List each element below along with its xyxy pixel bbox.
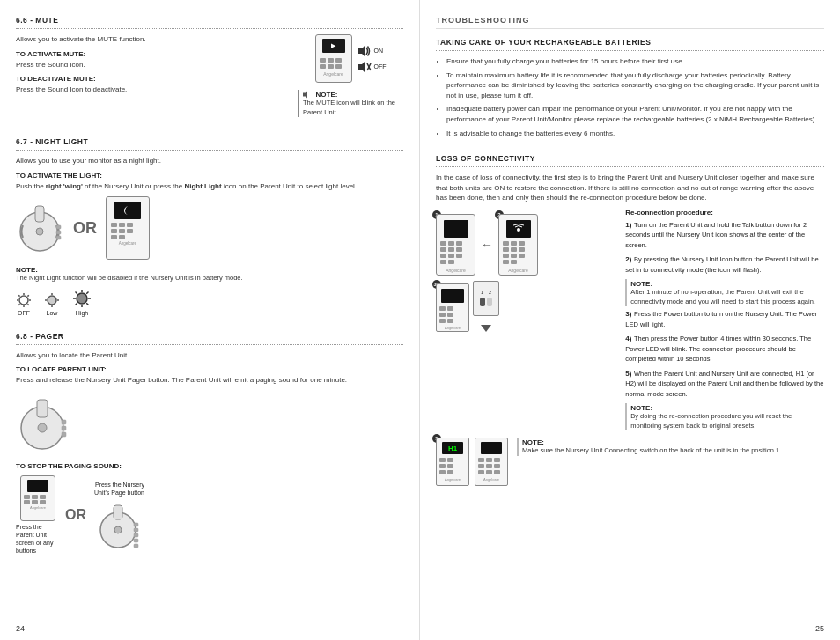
moon-icon bbox=[121, 204, 135, 217]
light-off-label: OFF bbox=[18, 310, 30, 316]
d1b6 bbox=[456, 247, 462, 252]
section-nightlight: 6.7 - NIGHT LIGHT Allows you to use your… bbox=[16, 137, 403, 316]
d5ab6 bbox=[447, 470, 453, 474]
d5ab4 bbox=[447, 464, 453, 468]
mute-deactivate-text: Press the Sound Icon to deactivate. bbox=[16, 85, 289, 95]
mute-on-off: ON OFF bbox=[357, 45, 387, 73]
svg-rect-47 bbox=[134, 544, 138, 548]
mute-diagram: ▶ bbox=[315, 34, 387, 83]
d5bb9 bbox=[494, 470, 500, 474]
note-after-2-label: NOTE: bbox=[630, 280, 652, 288]
mute-activate-text: Press the Sound Icon. bbox=[16, 60, 289, 70]
mute-note: NOTE: The MUTE icon will blink on the Pa… bbox=[298, 90, 403, 117]
device-small-5a: H1 bbox=[436, 438, 469, 486]
mute-on: ON bbox=[357, 45, 387, 57]
night-or: OR bbox=[73, 219, 97, 238]
nightlight-activate-text: Push the right 'wing' of the Nursery Uni… bbox=[16, 181, 403, 192]
parent-unit-mute: ▶ bbox=[315, 34, 352, 83]
loss-intro: In the case of loss of connectivity, the… bbox=[436, 173, 824, 203]
pb4 bbox=[24, 500, 30, 504]
press-nursery-text: Press the Nursery Unit's Page button bbox=[92, 481, 144, 497]
d5b-r1 bbox=[478, 458, 505, 462]
device-tall-1: Angelcare bbox=[436, 214, 475, 276]
device-3-4: 3④ bbox=[436, 283, 469, 332]
pager-title-area: 6.8 - PAGER bbox=[16, 332, 403, 345]
step-num-1: 1) bbox=[625, 221, 631, 229]
svg-point-48 bbox=[517, 228, 520, 232]
mute-title-area: 6.6 - MUTE bbox=[16, 16, 403, 29]
step-num-5: 5) bbox=[625, 370, 631, 378]
screen-display: ▶ bbox=[331, 42, 335, 49]
d5ab3 bbox=[439, 464, 446, 468]
night-btn1 bbox=[111, 223, 117, 227]
d5bb1 bbox=[478, 458, 484, 462]
light-off-item: OFF bbox=[16, 292, 32, 316]
section-mute: 6.6 - MUTE Allows you to activate the MU… bbox=[16, 16, 403, 121]
btn-row1 bbox=[320, 58, 348, 63]
note-end-text: By doing the re-connection procedure you… bbox=[630, 412, 824, 430]
d1b5 bbox=[448, 247, 454, 252]
page-num-right: 25 bbox=[815, 624, 824, 633]
batteries-title: TAKING CARE OF YOUR RECHARGEABLE BATTERI… bbox=[436, 38, 824, 47]
nightlight-title: 6.7 - NIGHT LIGHT bbox=[16, 137, 403, 146]
d2b9 bbox=[519, 254, 525, 258]
d2b7 bbox=[503, 254, 509, 258]
mute-activate-label: TO ACTIVATE MUTE: bbox=[16, 50, 289, 58]
step-2: 2) By pressing the Nursery Unit Icon but… bbox=[625, 254, 824, 275]
d1b11 bbox=[448, 260, 454, 264]
d5a-btns bbox=[437, 456, 468, 476]
device-2-screen bbox=[506, 220, 531, 238]
d2b2 bbox=[511, 241, 517, 246]
d3-btns bbox=[437, 305, 468, 325]
note-end: NOTE: By doing the re-connection procedu… bbox=[625, 403, 824, 430]
step-1: 1) Turn on the Parent Unit and hold the … bbox=[625, 220, 824, 251]
manual-page: 6.6 - MUTE Allows you to activate the MU… bbox=[0, 0, 840, 640]
night-btn-row1 bbox=[111, 223, 144, 227]
switch-numbers: 1 2 bbox=[481, 290, 491, 295]
svg-marker-4 bbox=[303, 92, 307, 99]
svg-marker-1 bbox=[358, 62, 365, 72]
arrow-1-2: ← bbox=[481, 238, 493, 252]
night-btn6 bbox=[127, 229, 133, 233]
pager-parent-small: Angelcare Press the Parent Unit screen o… bbox=[16, 475, 60, 555]
svg-line-19 bbox=[18, 304, 19, 305]
night-buttons bbox=[107, 221, 149, 241]
btn5 bbox=[328, 64, 334, 69]
battery-item-3: It is advisable to change the batteries … bbox=[446, 129, 824, 139]
svg-rect-36 bbox=[37, 400, 48, 417]
d3-screen bbox=[441, 289, 464, 303]
pb3 bbox=[40, 495, 46, 499]
night-btn-row3 bbox=[111, 235, 144, 239]
angel-logo-5a: Angelcare bbox=[437, 477, 468, 482]
nightlight-diagram: OR bbox=[16, 196, 403, 260]
note-after-2-text: After 1 minute of non-operation, the Par… bbox=[630, 288, 824, 306]
device-tall-2: Angelcare bbox=[498, 214, 538, 276]
d1b4 bbox=[440, 247, 446, 252]
svg-rect-7 bbox=[35, 206, 44, 222]
svg-rect-38 bbox=[62, 426, 66, 430]
mute-note-text: The MUTE icon will blink on the Parent U… bbox=[303, 99, 403, 117]
mute-right: ▶ bbox=[298, 34, 403, 121]
night-btn-row2 bbox=[111, 229, 144, 233]
angel-logo-mute: Angelcare bbox=[316, 71, 351, 77]
step-text-2: By pressing the Nursery Unit Icon button… bbox=[625, 255, 818, 274]
pager-intro: Allows you to locate the Parent Unit. bbox=[16, 350, 403, 361]
hi-screen-5a: H1 bbox=[442, 442, 463, 454]
nursery-pager-svg bbox=[16, 391, 69, 457]
mute-left: Allows you to activate the MUTE function… bbox=[16, 34, 289, 95]
d5a-r3 bbox=[439, 470, 466, 474]
step-3: 3) Press the Power button to turn on the… bbox=[625, 309, 824, 329]
pb1 bbox=[24, 495, 30, 499]
page-num-left: 24 bbox=[16, 624, 25, 633]
battery-item-0: Ensure that you fully charge your batter… bbox=[446, 56, 824, 67]
speaker-off-icon bbox=[357, 61, 372, 73]
nightlight-activate-label: TO ACTIVATE THE LIGHT: bbox=[16, 172, 403, 180]
night-note: NOTE: The Night Light function will be d… bbox=[16, 265, 403, 283]
d5bb8 bbox=[486, 470, 492, 474]
press-parent-text: Press the Parent Unit screen or any butt… bbox=[16, 523, 60, 555]
d5a-r1 bbox=[439, 458, 466, 462]
mute-content-row: Allows you to activate the MUTE function… bbox=[16, 34, 403, 121]
d2b10 bbox=[503, 260, 509, 264]
pager-stop-label: TO STOP THE PAGING SOUND: bbox=[16, 462, 403, 470]
step-4: 4) Then press the Power button 4 times w… bbox=[625, 334, 824, 364]
